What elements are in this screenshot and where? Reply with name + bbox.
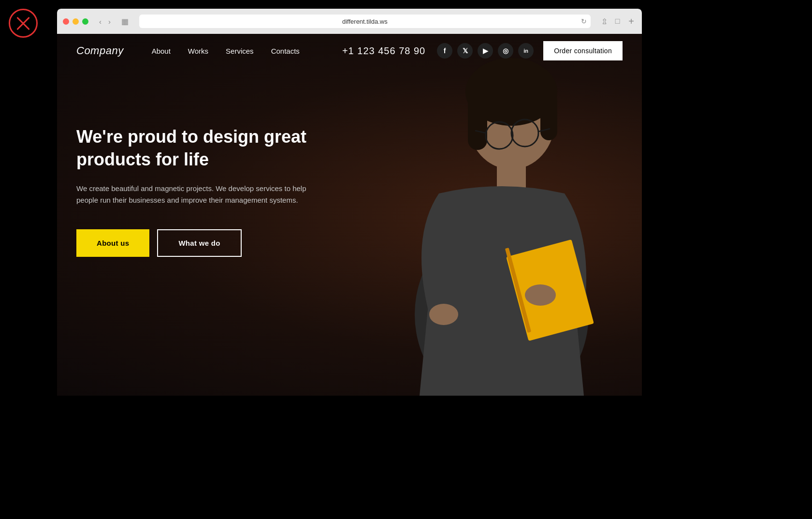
- sidebar-button[interactable]: ▦: [118, 15, 131, 28]
- url-text: different.tilda.ws: [342, 18, 388, 25]
- nav-link-contacts[interactable]: Contacts: [262, 47, 308, 55]
- svg-rect-3: [468, 92, 487, 150]
- svg-line-10: [511, 134, 513, 135]
- about-us-button[interactable]: About us: [76, 229, 149, 257]
- url-bar[interactable]: different.tilda.ws ↻: [139, 15, 591, 28]
- svg-point-13: [429, 304, 458, 325]
- back-button[interactable]: ‹: [96, 15, 104, 28]
- hero-title: We're proud to design great products for…: [76, 126, 337, 171]
- browser-chrome: ‹ › ▦ different.tilda.ws ↻ ⇫ □ +: [57, 9, 642, 34]
- forward-button[interactable]: ›: [105, 15, 114, 28]
- nav-link-services[interactable]: Services: [217, 47, 262, 55]
- what-we-do-button[interactable]: What we do: [157, 229, 241, 257]
- os-desktop: ‹ › ▦ different.tilda.ws ↻ ⇫ □ +: [0, 0, 812, 519]
- nav-logo[interactable]: Company: [76, 44, 124, 57]
- linkedin-icon[interactable]: in: [518, 43, 534, 59]
- svg-point-14: [525, 284, 556, 306]
- social-icons: f 𝕏 ▶ ◎ in: [437, 43, 534, 59]
- website-content: Company About Works Services Contacts +1…: [57, 34, 642, 396]
- fullscreen-button[interactable]: □: [612, 15, 623, 28]
- browser-actions: ⇫ □: [598, 15, 623, 28]
- nav-links: About Works Services Contacts: [143, 47, 331, 55]
- nav-bar: Company About Works Services Contacts +1…: [57, 34, 642, 68]
- new-tab-button[interactable]: +: [626, 16, 636, 27]
- close-traffic-light[interactable]: [63, 18, 69, 25]
- youtube-icon[interactable]: ▶: [478, 43, 493, 59]
- twitter-icon[interactable]: 𝕏: [457, 43, 473, 59]
- browser-window: ‹ › ▦ different.tilda.ws ↻ ⇫ □ +: [57, 9, 642, 396]
- minimize-traffic-light[interactable]: [72, 18, 79, 25]
- share-button[interactable]: ⇫: [598, 15, 610, 28]
- close-icon[interactable]: [9, 9, 38, 38]
- facebook-icon[interactable]: f: [437, 43, 452, 59]
- hero-buttons: About us What we do: [76, 229, 337, 257]
- nav-link-works[interactable]: Works: [179, 47, 217, 55]
- instagram-icon[interactable]: ◎: [498, 43, 513, 59]
- fullscreen-traffic-light[interactable]: [82, 18, 88, 25]
- browser-nav: ‹ ›: [96, 15, 114, 28]
- reload-button[interactable]: ↻: [581, 17, 587, 25]
- nav-link-about[interactable]: About: [143, 47, 179, 55]
- hero-person-figure: [400, 34, 603, 396]
- traffic-lights: [63, 18, 88, 25]
- svg-rect-4: [540, 92, 557, 140]
- hero-section: We're proud to design great products for…: [57, 68, 357, 257]
- hero-subtitle: We create beautiful and magnetic project…: [76, 183, 328, 206]
- nav-phone: +1 123 456 78 90: [342, 45, 425, 57]
- order-consultation-button[interactable]: Order consultation: [543, 41, 623, 60]
